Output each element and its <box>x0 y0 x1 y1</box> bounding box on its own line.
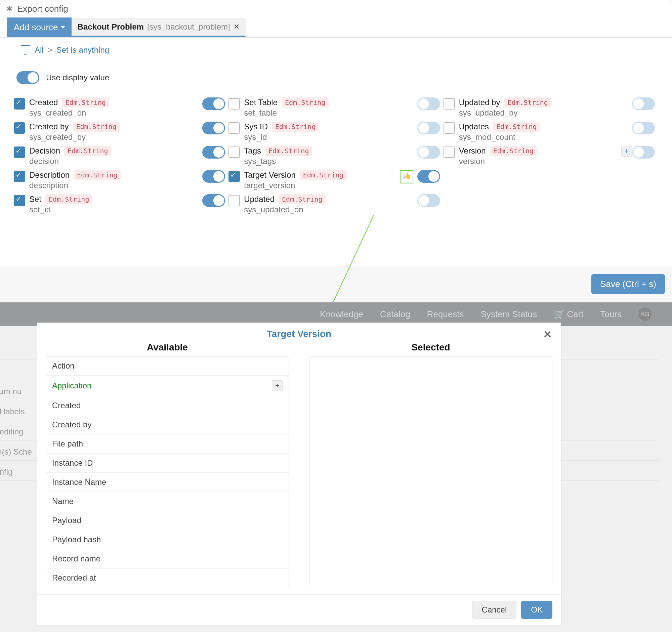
favorite-icon[interactable]: ✱ <box>6 5 13 14</box>
field-sys: set_table <box>244 108 417 118</box>
field-toggle[interactable] <box>202 170 225 183</box>
type-pill: Edm.String <box>45 194 92 204</box>
checkbox-description[interactable] <box>14 171 25 182</box>
type-pill: Edm.String <box>493 122 540 132</box>
field-toggle[interactable] <box>417 170 440 183</box>
type-pill: Edm.String <box>272 122 319 132</box>
list-item[interactable]: Instance Name+ <box>46 473 289 492</box>
field-toggle[interactable] <box>417 122 440 135</box>
available-header: Available <box>46 342 289 356</box>
list-item[interactable]: Recorded at+ <box>46 568 289 585</box>
filter-icon[interactable] <box>21 45 30 55</box>
tab-bar: Add source Backout Problem [sys_backout_… <box>0 18 672 38</box>
field-sys_updated_on: UpdatedEdm.Stringsys_updated_on <box>229 192 443 216</box>
ok-button[interactable]: OK <box>521 601 552 619</box>
field-sys: sys_updated_on <box>244 205 417 214</box>
type-pill: Edm.String <box>279 194 326 204</box>
field-label: Updated <box>244 195 274 204</box>
close-tab-icon[interactable]: ✕ <box>234 23 240 31</box>
type-pill: Edm.String <box>504 97 551 107</box>
field-sys: description <box>29 181 202 190</box>
checkbox-sys_updated_by[interactable] <box>443 98 455 109</box>
type-pill: Edm.String <box>490 146 537 156</box>
list-item[interactable]: Action+ <box>46 357 289 375</box>
add-source-button[interactable]: Add source <box>7 18 72 37</box>
list-item[interactable]: Payload hash+ <box>46 530 289 549</box>
type-pill: Edm.String <box>73 122 120 132</box>
field-sys: sys_mod_count <box>459 132 632 142</box>
display-value-label: Use display value <box>46 73 109 82</box>
field-toggle[interactable] <box>632 97 655 110</box>
field-sys_created_on: CreatedEdm.Stringsys_created_on <box>14 95 229 120</box>
checkbox-sys_updated_on[interactable] <box>229 195 240 206</box>
field-sys_created_by: Created byEdm.Stringsys_created_by <box>14 120 229 144</box>
add-icon[interactable]: + <box>272 380 283 391</box>
expand-button[interactable]: + <box>621 146 632 156</box>
modal-close-icon[interactable]: ✕ <box>543 328 552 340</box>
field-decision: DecisionEdm.Stringdecision <box>14 144 229 168</box>
available-listbox: Action+Application+Created+Created by+Fi… <box>46 356 289 585</box>
field-label: Created <box>29 98 58 107</box>
field-toggle[interactable] <box>202 122 225 135</box>
field-toggle[interactable] <box>202 97 225 110</box>
list-item[interactable]: Created by+ <box>46 415 289 434</box>
list-item[interactable]: Instance ID+ <box>46 454 289 473</box>
list-item[interactable]: File path+ <box>46 434 289 454</box>
checkbox-decision[interactable] <box>14 146 25 158</box>
field-label: Tags <box>244 146 261 155</box>
checkbox-sys_created_by[interactable] <box>14 122 25 134</box>
list-item[interactable]: Payload+ <box>46 511 289 530</box>
field-label: Version <box>459 146 486 155</box>
field-set_table: Set TableEdm.Stringset_table <box>229 95 443 120</box>
checkbox-sys_mod_count[interactable] <box>443 122 455 134</box>
checkbox-set_table[interactable] <box>229 98 240 109</box>
filter-condition-link[interactable]: Set is anything <box>56 45 109 55</box>
field-sys_mod_count: UpdatesEdm.Stringsys_mod_count <box>443 120 658 144</box>
field-sys: target_version <box>244 181 400 190</box>
checkbox-sys_created_on[interactable] <box>14 98 25 109</box>
field-description: DescriptionEdm.Stringdescription <box>14 168 229 192</box>
list-item[interactable]: Name+ <box>46 492 289 511</box>
filter-all-link[interactable]: All <box>34 45 44 55</box>
save-button[interactable]: Save (Ctrl + s) <box>591 274 665 294</box>
window-title-bar: ✱ Export config <box>0 0 672 18</box>
caret-down-icon <box>61 26 65 29</box>
field-toggle[interactable] <box>417 194 440 207</box>
checkbox-target_version[interactable] <box>229 171 240 182</box>
selected-header: Selected <box>309 342 552 356</box>
checkbox-sys_id[interactable] <box>229 122 240 134</box>
modal-title: Target Version ✕ <box>37 322 561 342</box>
checkbox-set_id[interactable] <box>14 195 25 206</box>
field-toggle[interactable] <box>632 146 655 159</box>
field-toggle[interactable] <box>417 97 440 110</box>
field-toggle[interactable] <box>202 146 225 159</box>
expand-button[interactable]: +👆 <box>400 170 413 184</box>
list-item[interactable]: Record name+ <box>46 549 289 568</box>
filter-bar: All > Set is anything <box>0 38 672 58</box>
field-label: Decision <box>29 146 60 155</box>
field-toggle[interactable] <box>632 122 655 135</box>
tab-backout-problem[interactable]: Backout Problem [sys_backout_problem] ✕ <box>72 18 246 37</box>
field-sys: decision <box>29 156 202 166</box>
target-version-modal: Target Version ✕ Available Action+Applic… <box>37 322 561 625</box>
field-sys: version <box>459 156 621 166</box>
list-item[interactable]: Application+ <box>46 375 289 396</box>
field-label: Sys ID <box>244 122 268 131</box>
field-sys: sys_id <box>244 132 417 142</box>
list-item[interactable]: Created+ <box>46 396 289 415</box>
field-sys_updated_by: Updated byEdm.Stringsys_updated_by <box>443 95 658 120</box>
field-label: Updated by <box>459 98 500 107</box>
field-toggle[interactable] <box>417 146 440 159</box>
type-pill: Edm.String <box>62 97 109 107</box>
field-toggle[interactable] <box>202 194 225 207</box>
type-pill: Edm.String <box>265 146 312 156</box>
checkbox-version[interactable] <box>443 146 455 158</box>
checkbox-sys_tags[interactable] <box>229 146 240 158</box>
type-pill: Edm.String <box>300 170 347 180</box>
modal-overlay-screen: Knowledge Catalog Requests System Status… <box>0 302 672 632</box>
cancel-button[interactable]: Cancel <box>472 601 517 619</box>
field-version: VersionEdm.Stringversion+ <box>443 144 658 168</box>
field-label: Updates <box>459 122 489 131</box>
display-value-toggle[interactable] <box>17 71 39 84</box>
window-title: Export config <box>17 4 68 14</box>
